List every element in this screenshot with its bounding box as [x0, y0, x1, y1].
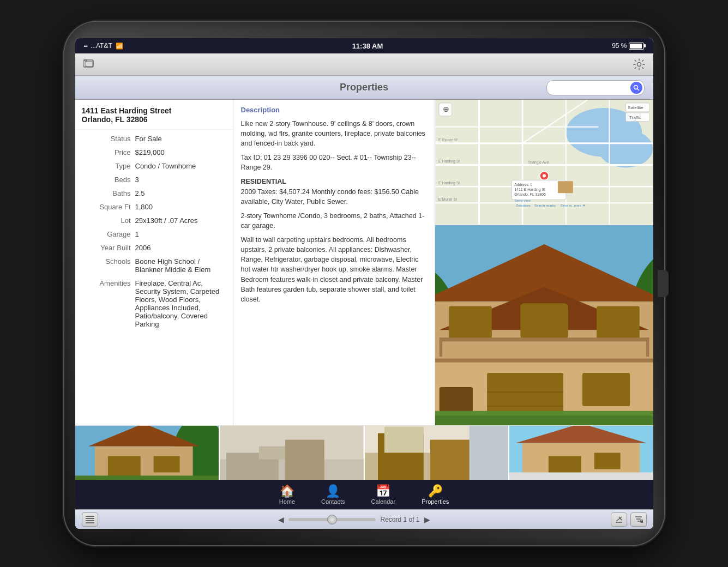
svg-rect-92: [86, 520, 94, 521]
home-icon: 🏠: [280, 485, 294, 497]
desc-para-5: Wall to wall carpeting upstairs bedrooms…: [241, 235, 427, 304]
thumbnail-2[interactable]: [220, 426, 365, 480]
map-area[interactable]: E Esther St E Harding St E Harding St E …: [435, 100, 653, 225]
properties-icon: 🔑: [428, 485, 443, 497]
battery-icon: [629, 43, 644, 50]
svg-text:Save to...: Save to...: [560, 204, 574, 207]
desc-para-4: 2-story Townhome /Condo, 3 bedrooms, 2 b…: [241, 211, 427, 231]
app-title: Properties: [340, 82, 388, 93]
tab-calendar[interactable]: 📅 Calendar: [358, 483, 408, 507]
ipad-frame: ...AT&T 📶 11:38 AM 95 %: [64, 22, 664, 545]
label-amenities: Amenities: [82, 279, 131, 287]
svg-text:E Harding St: E Harding St: [438, 181, 459, 185]
property-photo-main: [435, 225, 653, 425]
detail-row-status: Status For Sale: [75, 132, 233, 146]
tab-properties-label: Properties: [422, 498, 449, 505]
home-button[interactable]: [658, 270, 669, 297]
address-line2: Orlando, FL 32806: [82, 115, 226, 124]
label-year: Year Built: [82, 244, 131, 252]
desc-para-2: Tax ID: 01 23 29 3396 00 020-- Sect. # 0…: [241, 153, 427, 172]
ipad-screen: ...AT&T 📶 11:38 AM 95 %: [75, 38, 653, 529]
next-arrow[interactable]: ▶: [424, 515, 430, 524]
svg-rect-90: [86, 516, 94, 517]
tab-contacts[interactable]: 👤 Contacts: [308, 483, 358, 507]
svg-rect-91: [86, 518, 94, 519]
value-beds: 3: [135, 176, 139, 184]
svg-rect-50: [449, 306, 492, 340]
thumbnail-1[interactable]: [75, 426, 220, 480]
svg-text:Street view: Street view: [514, 199, 531, 202]
time-display: 11:38 AM: [352, 42, 383, 50]
svg-rect-62: [435, 359, 653, 363]
record-slider[interactable]: [288, 518, 376, 521]
settings-button[interactable]: [631, 57, 647, 72]
thumbnails-row: [75, 425, 653, 480]
search-input[interactable]: [546, 80, 645, 95]
detail-row-type: Type Condo / Townhome: [75, 159, 233, 173]
detail-row-price: Price $219,000: [75, 146, 233, 159]
label-beds: Beds: [82, 176, 131, 184]
svg-text:⊕: ⊕: [442, 105, 449, 113]
svg-line-5: [637, 89, 639, 91]
svg-rect-93: [86, 522, 94, 523]
status-bar: ...AT&T 📶 11:38 AM 95 %: [75, 38, 653, 53]
svg-text:E Muriel St: E Muriel St: [438, 197, 456, 201]
calendar-icon: 📅: [376, 485, 390, 497]
tab-contacts-label: Contacts: [321, 498, 345, 505]
value-baths: 2.5: [135, 189, 145, 197]
svg-rect-82: [384, 427, 423, 453]
back-button[interactable]: [82, 57, 97, 72]
middle-panel: Description Like new 2-story Townhouse. …: [233, 100, 435, 425]
description-title: Description: [241, 105, 427, 116]
svg-point-25: [543, 174, 546, 177]
detail-row-sqft: Square Ft 1,800: [75, 200, 233, 214]
value-price: $219,000: [135, 148, 165, 156]
wifi-icon: 📶: [116, 43, 123, 50]
value-year: 2006: [135, 244, 151, 252]
svg-rect-51: [597, 306, 640, 340]
search-container: [546, 80, 645, 95]
label-type: Type: [82, 162, 131, 170]
property-address: 1411 East Harding Street Orlando, FL 328…: [75, 106, 233, 130]
svg-point-8: [598, 130, 653, 168]
record-info: ◀ Record 1 of 1 ▶: [101, 515, 607, 524]
thumbnail-4[interactable]: [509, 426, 653, 480]
tab-home[interactable]: 🏠 Home: [266, 483, 308, 507]
label-status: Status: [82, 135, 131, 143]
prev-arrow[interactable]: ◀: [278, 515, 284, 524]
record-label: Record 1 of 1: [380, 516, 419, 523]
tab-properties[interactable]: 🔑 Properties: [408, 483, 462, 507]
map-svg: E Esther St E Harding St E Harding St E …: [435, 100, 653, 225]
value-status: For Sale: [135, 135, 162, 143]
svg-text:more ▼: more ▼: [574, 204, 585, 207]
svg-rect-87: [594, 453, 621, 469]
svg-rect-54: [439, 337, 442, 357]
svg-text:E Esther St: E Esther St: [438, 138, 457, 142]
thumbnail-3[interactable]: [365, 426, 510, 480]
svg-text:Directions: Directions: [516, 204, 531, 207]
svg-rect-76: [285, 440, 324, 480]
detail-row-beds: Beds 3: [75, 173, 233, 186]
status-right: 95 %: [612, 42, 644, 50]
left-panel: 1411 East Harding Street Orlando, FL 328…: [75, 100, 233, 425]
filter-button[interactable]: [630, 512, 647, 527]
tab-calendar-label: Calendar: [371, 498, 395, 505]
carrier-label: ...AT&T: [91, 42, 112, 50]
value-lot: 25x130ft / .07 Acres: [135, 216, 198, 225]
detail-row-amenities: Amenities Fireplace, Central Ac, Securit…: [75, 276, 233, 331]
desc-para-1: Like new 2-story Townhouse. 9' ceilings …: [241, 119, 427, 148]
list-view-button[interactable]: [82, 512, 98, 527]
svg-rect-55: [646, 337, 648, 357]
edit-button[interactable]: [611, 512, 627, 527]
svg-point-4: [634, 85, 637, 89]
svg-rect-81: [469, 426, 508, 480]
toolbar: [75, 53, 653, 76]
svg-point-3: [637, 63, 641, 67]
label-schools: Schools: [82, 257, 131, 266]
search-button[interactable]: [630, 82, 642, 94]
svg-text:Address: 0: Address: 0: [514, 183, 532, 186]
value-amenities: Fireplace, Central Ac, Security System, …: [135, 279, 226, 328]
detail-row-schools: Schools Boone High School / Blankner Mid…: [75, 255, 233, 276]
battery-fill: [630, 44, 642, 49]
value-type: Condo / Townhome: [135, 162, 196, 170]
